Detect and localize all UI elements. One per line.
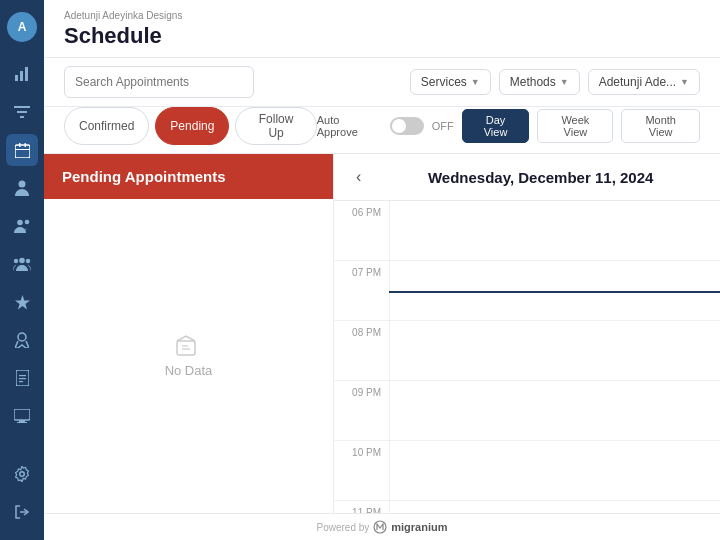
svg-rect-2 xyxy=(25,67,28,81)
svg-rect-24 xyxy=(17,422,27,423)
filter-tabs: Confirmed Pending Follow Up xyxy=(64,107,317,145)
time-cell[interactable] xyxy=(389,501,720,513)
avatar[interactable]: A xyxy=(7,12,37,42)
no-data-icon xyxy=(175,335,203,357)
view-controls: Auto Approve OFF Day View Week View Mont… xyxy=(317,109,700,143)
svg-marker-16 xyxy=(15,295,30,309)
sidebar: A xyxy=(0,0,44,540)
sidebar-item-people[interactable] xyxy=(6,210,38,242)
svg-point-15 xyxy=(26,259,30,263)
tab-followup[interactable]: Follow Up xyxy=(235,107,316,145)
time-cell[interactable] xyxy=(389,201,720,260)
calendar-panel: ‹ Wednesday, December 11, 2024 06 PM 07 … xyxy=(334,154,720,513)
sidebar-item-star[interactable] xyxy=(6,286,38,318)
svg-point-14 xyxy=(14,259,18,263)
time-row-11pm: 11 PM xyxy=(334,501,720,513)
current-time-indicator xyxy=(389,291,720,293)
auto-approve-off-label: OFF xyxy=(432,120,454,132)
svg-point-17 xyxy=(18,333,26,341)
svg-point-13 xyxy=(19,258,25,264)
time-row-6pm: 06 PM xyxy=(334,201,720,261)
svg-rect-22 xyxy=(14,409,30,420)
time-cell[interactable] xyxy=(389,441,720,500)
svg-rect-23 xyxy=(19,420,25,422)
sidebar-item-monitor[interactable] xyxy=(6,400,38,432)
svg-rect-7 xyxy=(19,143,21,147)
migranium-brand: migranium xyxy=(391,521,447,533)
left-panel: Pending Appointments No Data xyxy=(44,154,334,513)
toggle-knob xyxy=(392,119,406,133)
svg-rect-1 xyxy=(20,71,23,81)
sidebar-item-filter[interactable] xyxy=(6,96,38,128)
sidebar-item-chart[interactable] xyxy=(6,58,38,90)
time-label: 11 PM xyxy=(334,501,389,513)
user-dropdown[interactable]: Adetunji Ade... ▼ xyxy=(588,69,700,95)
content-area: Pending Appointments No Data ‹ Wednesday… xyxy=(44,154,720,513)
footer: Powered by migranium xyxy=(44,513,720,540)
svg-rect-5 xyxy=(20,116,24,118)
sidebar-item-badge[interactable] xyxy=(6,324,38,356)
tab-pending[interactable]: Pending xyxy=(155,107,229,145)
page-title: Schedule xyxy=(64,23,700,49)
svg-rect-4 xyxy=(17,111,27,113)
chevron-down-icon: ▼ xyxy=(680,77,689,87)
time-cell[interactable] xyxy=(389,261,720,320)
auto-approve-label: Auto Approve xyxy=(317,114,382,138)
svg-rect-21 xyxy=(19,381,23,382)
prev-day-button[interactable]: ‹ xyxy=(350,166,367,188)
toolbar-right: Services ▼ Methods ▼ Adetunji Ade... ▼ xyxy=(410,69,700,95)
time-row-8pm: 08 PM xyxy=(334,321,720,381)
sidebar-bottom xyxy=(6,458,38,528)
powered-by-label: Powered by xyxy=(316,522,369,533)
svg-rect-0 xyxy=(15,75,18,81)
svg-point-11 xyxy=(17,220,23,226)
time-row-9pm: 09 PM xyxy=(334,381,720,441)
sidebar-item-calendar[interactable] xyxy=(6,134,38,166)
services-dropdown[interactable]: Services ▼ xyxy=(410,69,491,95)
time-label: 08 PM xyxy=(334,321,389,380)
svg-rect-26 xyxy=(177,341,195,355)
time-label: 09 PM xyxy=(334,381,389,440)
sidebar-item-person[interactable] xyxy=(6,172,38,204)
month-view-button[interactable]: Month View xyxy=(621,109,700,143)
svg-rect-3 xyxy=(14,106,30,108)
no-data-area: No Data xyxy=(44,199,333,513)
toolbar: Services ▼ Methods ▼ Adetunji Ade... ▼ xyxy=(44,58,720,107)
time-cell[interactable] xyxy=(389,321,720,380)
time-row-7pm: 07 PM xyxy=(334,261,720,321)
time-cell[interactable] xyxy=(389,381,720,440)
migranium-logo-icon xyxy=(373,520,387,534)
chevron-down-icon: ▼ xyxy=(471,77,480,87)
brand-name: Adetunji Adeyinka Designs xyxy=(64,10,700,21)
time-label: 10 PM xyxy=(334,441,389,500)
day-view-button[interactable]: Day View xyxy=(462,109,530,143)
svg-point-10 xyxy=(19,181,26,188)
pending-appointments-header: Pending Appointments xyxy=(44,154,333,199)
svg-point-12 xyxy=(24,220,29,225)
sidebar-item-report[interactable] xyxy=(6,362,38,394)
svg-rect-8 xyxy=(24,143,26,147)
time-grid[interactable]: 06 PM 07 PM 08 PM 09 PM xyxy=(334,201,720,513)
week-view-button[interactable]: Week View xyxy=(537,109,613,143)
calendar-date: Wednesday, December 11, 2024 xyxy=(377,169,704,186)
no-data-label: No Data xyxy=(165,363,213,378)
time-row-10pm: 10 PM xyxy=(334,441,720,501)
search-input[interactable] xyxy=(64,66,254,98)
filter-bar: Confirmed Pending Follow Up Auto Approve… xyxy=(44,107,720,154)
svg-rect-9 xyxy=(15,149,30,150)
toolbar-left xyxy=(64,66,254,98)
settings-icon[interactable] xyxy=(6,458,38,490)
auto-approve-toggle[interactable] xyxy=(390,117,424,135)
chevron-down-icon: ▼ xyxy=(560,77,569,87)
svg-rect-19 xyxy=(19,375,26,376)
tab-confirmed[interactable]: Confirmed xyxy=(64,107,149,145)
calendar-header: ‹ Wednesday, December 11, 2024 xyxy=(334,154,720,201)
time-label: 06 PM xyxy=(334,201,389,260)
sidebar-item-group[interactable] xyxy=(6,248,38,280)
logout-icon[interactable] xyxy=(6,496,38,528)
time-label: 07 PM xyxy=(334,261,389,320)
methods-dropdown[interactable]: Methods ▼ xyxy=(499,69,580,95)
svg-rect-20 xyxy=(19,378,26,379)
main-content: Adetunji Adeyinka Designs Schedule Servi… xyxy=(44,0,720,540)
svg-rect-6 xyxy=(15,145,30,158)
